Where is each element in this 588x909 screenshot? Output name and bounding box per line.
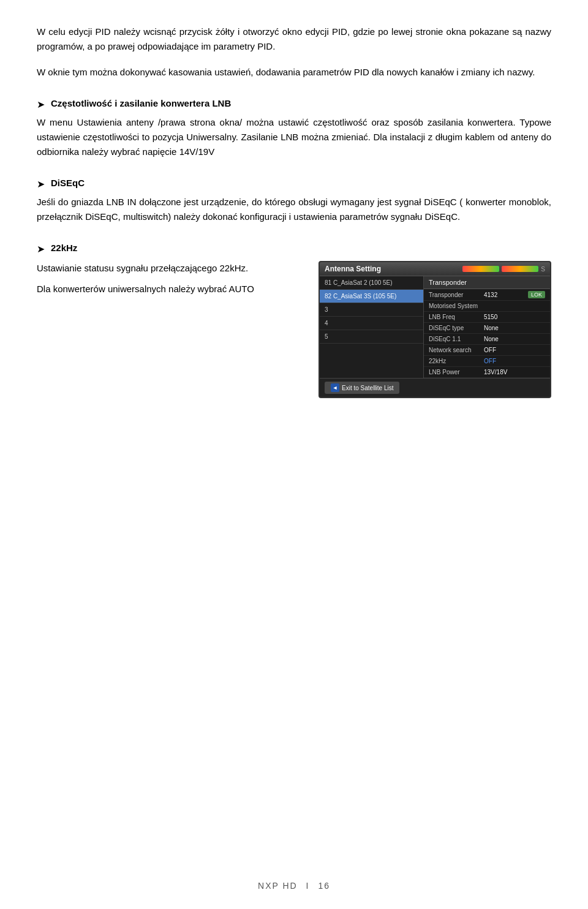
- param-lnb-freq: LNB Freq 5150: [424, 312, 550, 323]
- param-motorised: Motorised System: [424, 301, 550, 312]
- footer-page: 16: [318, 881, 330, 891]
- antenna-footer: ◄ Exit to Satellite List: [320, 378, 550, 397]
- param-diseqc11: DiSEqC 1.1 None: [424, 334, 550, 345]
- param-22khz: 22kHz OFF: [424, 356, 550, 367]
- satellite-item-4[interactable]: 4: [320, 317, 423, 330]
- exit-btn-label: Exit to Satellite List: [342, 385, 393, 391]
- param-value-transponder: 4132: [484, 292, 528, 298]
- footer-brand: NXP HD: [258, 881, 298, 891]
- signal-bars: S: [462, 266, 545, 273]
- intro-para1: W celu edycji PID należy wcisnąć przycis…: [37, 25, 551, 54]
- arrow-icon-lnb: ➤: [37, 99, 45, 110]
- param-label-diseqc11: DiSEqC 1.1: [429, 336, 484, 342]
- param-label-motorised: Motorised System: [429, 303, 484, 309]
- antenna-title: Antenna Setting: [325, 265, 381, 273]
- satellite-list: 81 C_AsiaSat 2 (100 5E) 82 C_AsiaSat 3S …: [320, 276, 424, 378]
- section-22khz-body2: Dla konwerterów uniwersalnych należy wyb…: [37, 282, 306, 296]
- intro-para2: W oknie tym można dokonywać kasowania us…: [37, 65, 551, 80]
- param-label-netsearch: Network search: [429, 347, 484, 353]
- section-diseqc: ➤ DiSEqC Jeśli do gniazda LNB IN dołączo…: [37, 178, 551, 224]
- param-value-diseqctype: None: [484, 325, 545, 331]
- page-content: W celu edycji PID należy wcisnąć przycis…: [0, 0, 588, 466]
- signal-bar-top: [462, 266, 499, 272]
- footer-separator: I: [306, 881, 310, 891]
- param-value-diseqc11: None: [484, 336, 545, 342]
- arrow-icon-diseqc: ➤: [37, 178, 45, 190]
- signal-bar-bottom: [502, 266, 538, 272]
- section-diseqc-heading: ➤ DiSEqC: [37, 178, 551, 190]
- section-lnb: ➤ Częstotliwość i zasilanie konwertera L…: [37, 98, 551, 159]
- arrow-icon-22khz: ➤: [37, 243, 45, 255]
- antenna-screenshot-container: Antenna Setting S 81 C_AsiaSat 2 (100 5E…: [318, 261, 551, 398]
- exit-icon: ◄: [331, 383, 339, 392]
- param-label-transponder: Transponder: [429, 292, 484, 298]
- section-22khz-title: 22kHz: [51, 243, 77, 253]
- section-lnb-body: W menu Ustawienia anteny /prawa strona o…: [37, 115, 551, 159]
- satellite-item-1[interactable]: 81 C_AsiaSat 2 (100 5E): [320, 276, 423, 290]
- params-header: Transponder: [424, 276, 550, 289]
- section-22khz-body1: Ustawianie statusu sygnału przełączające…: [37, 261, 306, 276]
- param-lnb-power: LNB Power 13V/18V: [424, 367, 550, 378]
- exit-satellite-btn[interactable]: ◄ Exit to Satellite List: [325, 382, 399, 394]
- param-btn-lok[interactable]: LOK: [528, 291, 545, 298]
- antenna-screenshot: Antenna Setting S 81 C_AsiaSat 2 (100 5E…: [318, 261, 551, 398]
- param-label-diseqctype: DiSEqC type: [429, 325, 484, 331]
- section-diseqc-title: DiSEqC: [51, 178, 85, 188]
- signal-label: S: [541, 266, 545, 273]
- page-footer: NXP HD I 16: [0, 881, 588, 891]
- param-value-lnbpower: 13V/18V: [484, 369, 545, 375]
- section-lnb-heading: ➤ Częstotliwość i zasilanie konwertera L…: [37, 98, 551, 110]
- section-22khz: ➤ 22kHz Ustawianie statusu sygnału przeł…: [37, 243, 551, 398]
- section-22khz-text: Ustawianie statusu sygnału przełączające…: [37, 261, 306, 303]
- params-panel: Transponder Transponder 4132 LOK Motoris…: [424, 276, 550, 378]
- satellite-item-3[interactable]: 3: [320, 303, 423, 317]
- param-label-22khz: 22kHz: [429, 358, 484, 364]
- section-22khz-heading: ➤ 22kHz: [37, 243, 551, 255]
- param-value-netsearch: OFF: [484, 347, 545, 353]
- satellite-item-5[interactable]: 5: [320, 330, 423, 344]
- antenna-body: 81 C_AsiaSat 2 (100 5E) 82 C_AsiaSat 3S …: [320, 276, 550, 378]
- param-value-lnbfreq: 5150: [484, 314, 545, 320]
- section-diseqc-body: Jeśli do gniazda LNB IN dołączone jest u…: [37, 195, 551, 224]
- param-diseqc-type: DiSEqC type None: [424, 323, 550, 334]
- satellite-item-2[interactable]: 82 C_AsiaSat 3S (105 5E): [320, 290, 423, 303]
- param-transponder: Transponder 4132 LOK: [424, 289, 550, 301]
- section-22khz-content: Ustawianie statusu sygnału przełączające…: [37, 261, 551, 398]
- param-label-lnbfreq: LNB Freq: [429, 314, 484, 320]
- section-lnb-title: Częstotliwość i zasilanie konwertera LNB: [51, 98, 231, 108]
- intro-block: W celu edycji PID należy wcisnąć przycis…: [37, 25, 551, 80]
- param-label-lnbpower: LNB Power: [429, 369, 484, 375]
- antenna-header: Antenna Setting S: [320, 262, 550, 276]
- param-network-search: Network search OFF: [424, 345, 550, 356]
- param-value-22khz: OFF: [484, 358, 545, 364]
